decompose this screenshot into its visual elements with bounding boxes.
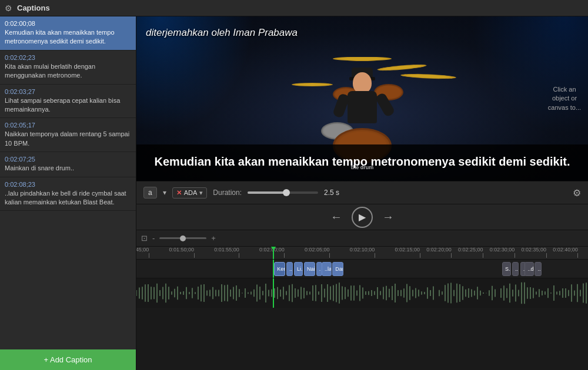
caption-item[interactable]: 0:02:03;27Lihat sampai seberapa cepat ka… — [0, 85, 136, 119]
duration-fill — [248, 191, 286, 194]
video-player[interactable]: the drum diterjemahkan oleh Iman Prabawa… — [136, 16, 588, 181]
caption-chip[interactable]: Nai... — [304, 262, 315, 276]
caption-time: 0:02:02;23 — [5, 54, 131, 61]
caption-chip[interactable]: ... — [286, 262, 293, 276]
click-hint: Click an object or canvas to... — [541, 80, 588, 117]
timeline-area: ⊡ - + 0:01:45;000:01:50;000:01:55;000:02… — [136, 230, 588, 370]
zoom-in-icon[interactable]: + — [211, 234, 216, 243]
caption-time: 0:02:08;23 — [5, 181, 131, 188]
playback-controls: ← ▶ → — [136, 204, 588, 230]
caption-text: Naikkan temponya dalam rentang 5 sampai … — [5, 130, 131, 148]
ruler-mark: 0:01:55;00 — [227, 247, 252, 258]
controls-bar: a ▾ ✕ ADA ▾ Duration: 2.5 s ⚙ — [136, 181, 588, 204]
audio-track — [136, 278, 588, 308]
caption-chip[interactable]: Kem... — [274, 262, 285, 276]
play-icon: ▶ — [359, 211, 366, 223]
duration-slider[interactable] — [248, 191, 318, 194]
caption-time: 0:02:07;25 — [5, 156, 131, 163]
caption-text: Kita akan mulai berlatih dengan mengguna… — [5, 62, 131, 80]
ruler-mark: 0:01:50;00 — [182, 247, 207, 258]
caption-overlay: Kemudian kita akan menaikkan tempo metro… — [136, 144, 588, 181]
step-forward-button[interactable]: → — [382, 210, 394, 224]
caption-time: 0:02:05;17 — [5, 122, 131, 129]
timeline-home-icon[interactable]: ⊡ — [141, 234, 148, 243]
play-button[interactable]: ▶ — [352, 207, 373, 228]
video-overlay-text: diterjemahkan oleh Iman Prabawa — [146, 27, 298, 39]
timeline-toolbar: ⊡ - + — [136, 230, 588, 247]
playhead-ruler — [273, 247, 274, 259]
letter-button[interactable]: a — [143, 187, 157, 199]
brand-logo: the drum — [351, 164, 374, 170]
caption-text: Mainkan di snare drum.. — [5, 164, 131, 173]
caption-chip[interactable]: .... — [512, 262, 519, 276]
gear-icon[interactable]: ⚙ — [5, 4, 12, 13]
caption-chip[interactable]: ..lal... — [322, 262, 332, 276]
waveform — [136, 278, 588, 308]
caption-text: Kemudian kita akan menaikkan tempo metro… — [5, 28, 131, 46]
video-area[interactable]: the drum diterjemahkan oleh Iman Prabawa… — [136, 16, 588, 181]
main-content: 0:02:00;08Kemudian kita akan menaikkan t… — [0, 16, 588, 370]
panel-title: Captions — [17, 4, 50, 12]
zoom-out-icon[interactable]: - — [152, 234, 155, 243]
caption-item[interactable]: 0:02:02;23Kita akan mulai berlatih denga… — [0, 51, 136, 85]
caption-item[interactable]: 0:02:00;08Kemudian kita akan menaikkan t… — [0, 16, 136, 51]
zoom-thumb[interactable] — [180, 236, 186, 241]
caption-list: 0:02:00;08Kemudian kita akan menaikkan t… — [0, 16, 136, 349]
step-back-button[interactable]: ← — [330, 210, 342, 224]
caption-chip[interactable]: Dar... — [332, 262, 343, 276]
caption-time: 0:02:00;08 — [5, 20, 131, 27]
ada-chevron: ▾ — [199, 189, 203, 197]
timeline-ruler: 0:01:45;000:01:50;000:01:55;000:02:00;00… — [136, 247, 588, 260]
top-bar: ⚙ Captions — [0, 0, 588, 16]
timeline-tracks: Kem......Li...Nai......lal...Dar...S....… — [136, 260, 588, 370]
caption-chip[interactable]: Li... — [294, 262, 303, 276]
duration-label: Duration: — [213, 189, 242, 197]
chevron-down-icon[interactable]: ▾ — [163, 189, 166, 197]
caption-text: Lihat sampai seberapa cepat kalian bisa … — [5, 96, 131, 115]
add-caption-button[interactable]: + Add Caption — [0, 349, 136, 370]
duration-thumb[interactable] — [283, 189, 290, 196]
ada-badge[interactable]: ✕ ADA ▾ — [172, 187, 208, 199]
ruler-mark: 0:02:40;00 — [566, 247, 588, 258]
settings-gear-button[interactable]: ⚙ — [573, 187, 581, 199]
caption-item[interactable]: 0:02:05;17Naikkan temponya dalam rentang… — [0, 118, 136, 152]
ruler-mark: 0:02:05;00 — [317, 247, 342, 258]
caption-chip[interactable]: ..d.. — [524, 262, 533, 276]
caption-chip[interactable]: S... — [502, 262, 511, 276]
x-icon: ✕ — [176, 189, 182, 197]
duration-value: 2.5 s — [324, 189, 340, 197]
ada-label: ADA — [184, 189, 198, 196]
caption-item[interactable]: 0:02:07;25Mainkan di snare drum.. — [0, 152, 136, 177]
zoom-slider[interactable] — [159, 237, 206, 239]
caption-time: 0:02:03;27 — [5, 88, 131, 95]
captions-panel: 0:02:00;08Kemudian kita akan menaikkan t… — [0, 16, 136, 370]
drummer-figure — [339, 72, 386, 149]
ruler-mark: 0:01:45;00 — [136, 247, 162, 258]
caption-track: Kem......Li...Nai......lal...Dar...S....… — [136, 260, 588, 278]
caption-chip[interactable]: ... — [534, 262, 542, 276]
right-panel: the drum diterjemahkan oleh Iman Prabawa… — [136, 16, 588, 370]
ruler-mark: 0:02:10;00 — [362, 247, 387, 258]
caption-text: ..lalu pindahkan ke bell di ride cymbal … — [5, 189, 131, 207]
caption-item[interactable]: 0:02:08;23..lalu pindahkan ke bell di ri… — [0, 177, 136, 211]
